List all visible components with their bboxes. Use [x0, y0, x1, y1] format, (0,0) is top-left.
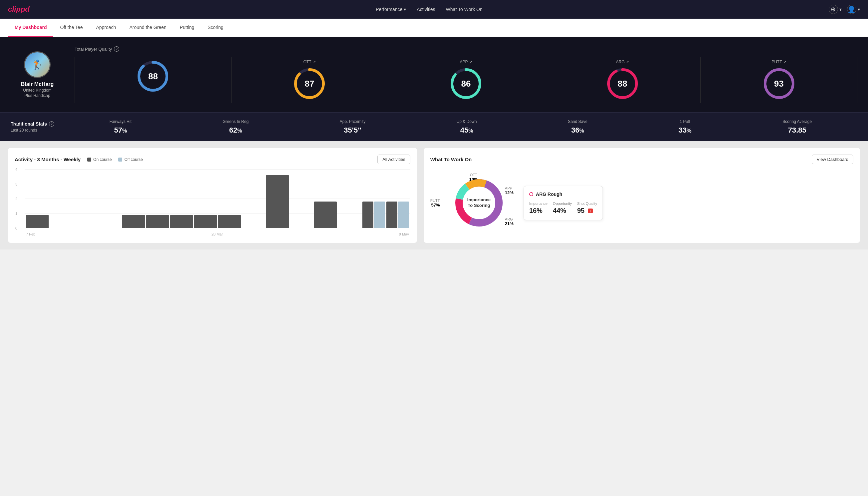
x-label-may: 9 May	[399, 232, 409, 236]
tab-my-dashboard[interactable]: My Dashboard	[8, 19, 53, 37]
bar-group	[170, 215, 193, 228]
bar-group	[122, 215, 145, 228]
tabs-bar: My Dashboard Off the Tee Approach Around…	[0, 19, 868, 37]
stat-one-putt: 1 Putt 33%	[678, 119, 692, 135]
bar-oncourse	[218, 215, 241, 228]
stat-scoring-average: Scoring Average 73.85	[783, 119, 812, 135]
tab-putting[interactable]: Putting	[173, 19, 201, 37]
donut-center-text: ImportanceTo Scoring	[467, 197, 491, 208]
stat-one-putt-value: 33%	[678, 126, 692, 135]
bar-oncourse	[266, 175, 289, 228]
player-info: 🏌️ Blair McHarg United Kingdom Plus Hand…	[11, 51, 64, 98]
bar-oncourse	[170, 215, 193, 228]
stats-title: Traditional Stats ?	[11, 121, 64, 127]
tooltip-shot-quality: Shot Quality 95 ↓	[577, 202, 597, 215]
stat-up-down-value: 45%	[457, 126, 477, 135]
tooltip-opportunity: Opportunity 44%	[553, 202, 572, 215]
stats-info-icon[interactable]: ?	[49, 121, 54, 127]
chevron-down-icon: ▾	[404, 7, 406, 12]
bar-group	[386, 202, 409, 228]
arg-label: ARG ↗	[616, 60, 629, 64]
bar-group	[218, 215, 241, 228]
bar-oncourse	[362, 202, 373, 228]
top-navigation: clippd Performance ▾ Activities What To …	[0, 0, 868, 19]
on-course-dot	[87, 158, 91, 161]
app-donut-label: APP 12%	[505, 186, 514, 195]
tooltip-opportunity-value: 44%	[553, 207, 572, 215]
x-labels: 7 Feb 28 Mar 9 May	[25, 232, 410, 236]
arg-score-value: 88	[617, 79, 627, 89]
nav-what-to-work-on[interactable]: What To Work On	[446, 7, 483, 12]
nav-performance[interactable]: Performance ▾	[376, 7, 406, 12]
tab-approach[interactable]: Approach	[89, 19, 123, 37]
app-label: APP ↗	[460, 60, 472, 64]
main-score-item: 88	[75, 57, 232, 103]
stat-app-proximity-value: 35'5"	[340, 126, 365, 135]
what-to-work-on-title: What To Work On	[430, 157, 472, 162]
putt-label: PUTT ↗	[771, 60, 786, 64]
putt-gauge: 93	[762, 67, 796, 100]
tab-scoring[interactable]: Scoring	[201, 19, 230, 37]
main-score-gauge: 88	[136, 60, 170, 93]
donut-container: OTT 10% APP 12% ARG 21% PUTT 57%	[430, 170, 517, 236]
logo[interactable]: clippd	[8, 5, 30, 14]
scores-grid: 88 OTT ↗ 87 APP	[75, 57, 857, 103]
x-label-mar: 28 Mar	[211, 232, 223, 236]
user-menu-button[interactable]: 👤 ▾	[847, 5, 860, 14]
putt-arrow-icon: ↗	[784, 60, 786, 64]
putt-score-value: 93	[774, 79, 784, 89]
x-label-feb: 7 Feb	[26, 232, 35, 236]
arg-gauge: 88	[606, 67, 639, 100]
bar-oncourse	[314, 202, 337, 228]
player-name: Blair McHarg	[21, 81, 54, 87]
legend-on-course: On course	[87, 157, 112, 162]
bar-oncourse	[146, 215, 169, 228]
nav-activities[interactable]: Activities	[417, 7, 435, 12]
view-dashboard-button[interactable]: View Dashboard	[812, 155, 853, 164]
arg-arrow-icon: ↗	[626, 60, 629, 64]
bar-group	[314, 202, 337, 228]
tooltip-metrics: Importance 16% Opportunity 44% Shot Qual…	[529, 202, 597, 215]
tab-off-the-tee[interactable]: Off the Tee	[53, 19, 89, 37]
ott-score-value: 87	[305, 79, 314, 89]
what-to-work-on-header: What To Work On View Dashboard	[430, 155, 853, 164]
bar-oncourse	[194, 215, 217, 228]
traditional-stats-row: Traditional Stats ? Last 20 rounds Fairw…	[0, 112, 868, 141]
ott-label: OTT ↗	[303, 60, 316, 64]
bar-oncourse	[26, 215, 49, 228]
hero-section: 🏌️ Blair McHarg United Kingdom Plus Hand…	[0, 37, 868, 112]
stats-period: Last 20 rounds	[11, 128, 64, 133]
legend-off-course: Off course	[118, 157, 143, 162]
chevron-down-icon: ▾	[839, 7, 842, 12]
bar-oncourse	[386, 202, 397, 228]
tooltip-title: ARG Rough	[536, 191, 562, 197]
bar-group	[26, 215, 49, 228]
chevron-down-icon: ▾	[858, 7, 860, 12]
stat-sand-save-value: 36%	[568, 126, 587, 135]
tooltip-dot	[529, 192, 533, 196]
main-score-value: 88	[148, 71, 158, 82]
bar-oncourse	[122, 215, 145, 228]
stat-scoring-average-value: 73.85	[783, 126, 812, 135]
bar-group	[194, 215, 217, 228]
app-score-item: APP ↗ 86	[388, 57, 545, 103]
activity-panel-title: Activity - 3 Months - Weekly	[15, 157, 81, 162]
stat-app-proximity: App. Proximity 35'5"	[340, 119, 365, 135]
info-icon[interactable]: ?	[114, 46, 119, 52]
putt-donut-label: PUTT 57%	[430, 199, 440, 207]
add-button[interactable]: ⊕ ▾	[829, 5, 842, 14]
tooltip-header: ARG Rough	[529, 191, 597, 197]
stat-greens-in-reg-value: 62%	[222, 126, 249, 135]
avatar: 🏌️	[24, 51, 51, 78]
activity-chart: 4 3 2 1 0 7 Feb 28 Mar 9 May	[15, 170, 410, 236]
stats-label-group: Traditional Stats ? Last 20 rounds	[11, 121, 64, 133]
activity-panel: Activity - 3 Months - Weekly On course O…	[8, 148, 417, 243]
bars-container	[25, 170, 410, 228]
app-arrow-icon: ↗	[469, 60, 472, 64]
ott-arrow-icon: ↗	[313, 60, 316, 64]
tab-around-the-green[interactable]: Around the Green	[123, 19, 173, 37]
putt-score-item: PUTT ↗ 93	[701, 57, 857, 103]
scores-section: Total Player Quality ? 88 OTT ↗	[75, 46, 857, 103]
all-activities-button[interactable]: All Activities	[377, 155, 410, 164]
tooltip-importance-value: 16%	[529, 207, 548, 215]
